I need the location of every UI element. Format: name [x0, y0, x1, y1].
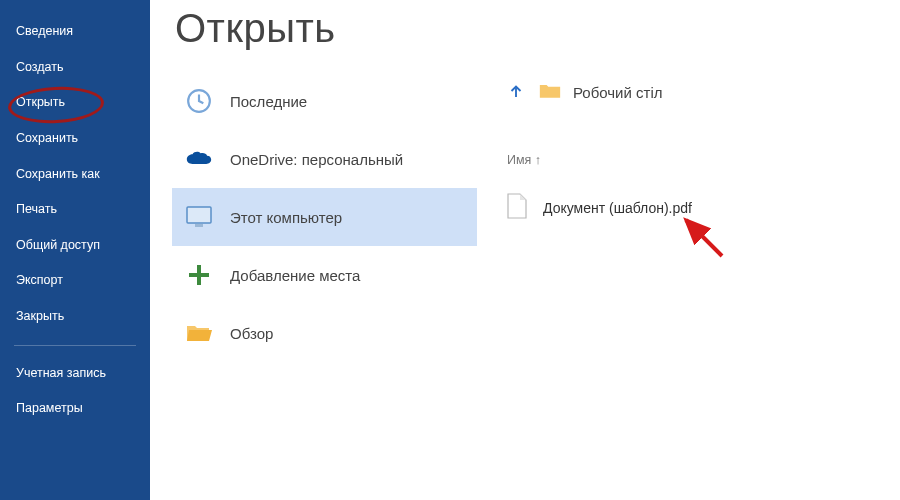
folder-open-icon — [186, 320, 212, 346]
source-label: Последние — [230, 93, 307, 110]
sidebar-item-label: Сохранить как — [16, 167, 100, 181]
sidebar-item-label: Сведения — [16, 24, 73, 38]
sidebar-item-label: Экспорт — [16, 273, 63, 287]
sidebar-item-account[interactable]: Учетная запись — [0, 356, 150, 392]
source-browse[interactable]: Обзор — [172, 304, 477, 362]
source-onedrive[interactable]: OneDrive: персональный — [172, 130, 477, 188]
file-browser-panel: Робочий стіл Имя ↑ Документ (шаблон).pdf — [477, 4, 692, 490]
file-name: Документ (шаблон).pdf — [543, 200, 692, 216]
document-icon — [507, 193, 527, 222]
backstage-sidebar: Сведения Создать Открыть Сохранить Сохра… — [0, 0, 150, 500]
source-label: Этот компьютер — [230, 209, 342, 226]
clock-icon — [186, 88, 212, 114]
open-sources-list: Последние OneDrive: персональный Этот ко… — [172, 4, 477, 490]
plus-icon — [186, 262, 212, 288]
up-arrow-icon[interactable] — [507, 82, 525, 103]
sidebar-item-label: Общий доступ — [16, 238, 100, 252]
sidebar-item-print[interactable]: Печать — [0, 192, 150, 228]
sidebar-item-label: Параметры — [16, 401, 83, 415]
sidebar-item-new[interactable]: Создать — [0, 50, 150, 86]
sidebar-item-close[interactable]: Закрыть — [0, 299, 150, 335]
svg-rect-4 — [189, 273, 209, 277]
source-recent[interactable]: Последние — [172, 72, 477, 130]
sidebar-item-info[interactable]: Сведения — [0, 14, 150, 50]
sidebar-item-export[interactable]: Экспорт — [0, 263, 150, 299]
page-title: Открыть — [175, 6, 336, 51]
sidebar-item-share[interactable]: Общий доступ — [0, 228, 150, 264]
svg-rect-2 — [195, 224, 203, 227]
location-label[interactable]: Робочий стіл — [573, 84, 663, 101]
svg-rect-1 — [187, 207, 211, 223]
sidebar-item-save-as[interactable]: Сохранить как — [0, 157, 150, 193]
sidebar-item-label: Закрыть — [16, 309, 64, 323]
computer-icon — [186, 204, 212, 230]
column-header-name[interactable]: Имя ↑ — [507, 153, 692, 173]
sidebar-item-open[interactable]: Открыть — [0, 85, 150, 121]
source-label: Обзор — [230, 325, 273, 342]
sidebar-divider — [14, 345, 136, 346]
sidebar-item-options[interactable]: Параметры — [0, 391, 150, 427]
onedrive-icon — [186, 146, 212, 172]
source-label: Добавление места — [230, 267, 360, 284]
sidebar-item-label: Открыть — [16, 95, 65, 109]
sidebar-item-label: Сохранить — [16, 131, 78, 145]
sidebar-item-label: Печать — [16, 202, 57, 216]
main-panel: Последние OneDrive: персональный Этот ко… — [150, 0, 900, 500]
location-bar: Робочий стіл — [507, 82, 692, 103]
sidebar-item-label: Учетная запись — [16, 366, 106, 380]
sidebar-item-save[interactable]: Сохранить — [0, 121, 150, 157]
source-label: OneDrive: персональный — [230, 151, 403, 168]
source-add-place[interactable]: Добавление места — [172, 246, 477, 304]
file-item[interactable]: Документ (шаблон).pdf — [507, 189, 692, 226]
folder-icon — [539, 82, 561, 103]
source-this-pc[interactable]: Этот компьютер — [172, 188, 477, 246]
sidebar-item-label: Создать — [16, 60, 64, 74]
